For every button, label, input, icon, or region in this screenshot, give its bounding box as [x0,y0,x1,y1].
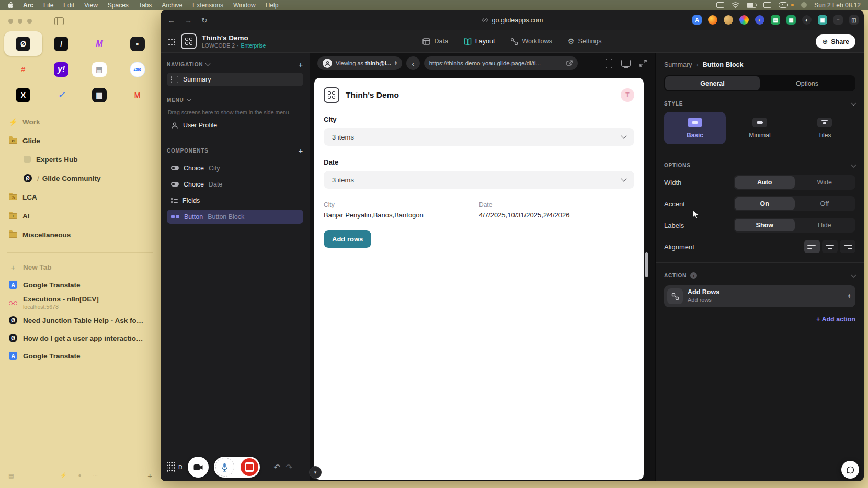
reload-icon[interactable]: ↻ [201,16,208,25]
menubar-app-name[interactable]: Arc [23,2,33,9]
app-tile-gmail[interactable]: M [118,83,156,107]
tab-settings[interactable]: ⚙ Settings [568,38,602,45]
sidebar-toggle-icon[interactable] [54,17,64,25]
zoom-window-button[interactable] [27,19,32,24]
extension-cookie-icon[interactable] [724,15,733,25]
component-choice-city[interactable]: Choice City [167,161,303,175]
external-link-icon[interactable] [566,60,573,66]
tab-n8n-executions[interactable]: Executions - n8n[DEV] localhost:5678 [0,294,161,311]
app-tile-pixel[interactable]: ▦ [81,83,119,107]
app-tile-blue[interactable]: ✓ [42,83,81,107]
new-space-plus-icon[interactable]: + [147,471,152,480]
split-view-icon[interactable]: ◫ [849,15,859,25]
stop-recording-button[interactable] [241,458,258,476]
menubar-clock[interactable]: Sun 2 Feb 08.12 [814,2,861,9]
tab-general[interactable]: General [665,76,760,90]
close-window-button[interactable] [8,19,13,24]
undo-icon[interactable]: ↶ [273,462,280,472]
nav-item-summary[interactable]: Summary [167,73,303,86]
align-center-button[interactable] [822,240,838,253]
labels-hide-button[interactable]: Hide [795,219,855,231]
screen-mirroring-icon[interactable] [716,2,724,8]
menu-tabs[interactable]: Tabs [139,2,152,9]
tab-layout[interactable]: Layout [464,38,495,45]
back-icon[interactable]: ← [168,16,175,25]
breadcrumb-parent[interactable]: Summary [664,61,692,68]
collapse-panel-icon[interactable]: ▾ [309,466,322,479]
profile-dot-icon[interactable]: ● [78,472,81,478]
accent-off-button[interactable]: Off [795,197,855,210]
user-avatar[interactable]: T [621,88,634,102]
new-tab-button[interactable]: + New Tab [0,258,161,276]
app-tile-glide[interactable]: Ø [4,31,42,56]
keyboard-icon[interactable] [763,2,771,8]
sidebar-folder-ai[interactable]: + AI [0,206,161,225]
tab-google-translate[interactable]: A Google Translate [0,276,161,294]
style-option-tiles[interactable]: Tiles [794,112,855,144]
address-bar-url[interactable]: go.glideapps.com [492,17,543,24]
redo-icon[interactable]: ↷ [285,462,292,472]
chevron-down-icon[interactable] [851,272,856,277]
menu-extensions[interactable]: Extensions [192,2,223,9]
chevron-down-icon[interactable] [851,162,856,167]
extension-doc-icon[interactable]: ▤ [771,15,780,25]
chevron-down-icon[interactable] [851,100,856,106]
tab-google-translate-2[interactable]: A Google Translate [0,347,161,365]
app-tile-dark[interactable]: ▪ [118,31,156,56]
preview-scrollbar[interactable] [645,252,648,277]
extension-grid-icon[interactable]: ▦ [786,15,796,25]
add-screen-button[interactable]: + [298,60,303,69]
info-icon[interactable]: i [690,272,697,279]
screen-record-icon[interactable] [779,2,788,8]
tab-options[interactable]: Options [760,76,854,90]
chevron-down-icon[interactable] [186,97,191,102]
mic-button[interactable] [215,458,234,477]
tab-data[interactable]: Data [422,38,448,45]
style-option-basic[interactable]: Basic [664,112,726,144]
app-logo-icon[interactable] [181,33,197,49]
date-select[interactable]: 3 items [324,171,634,189]
add-component-button[interactable]: + [298,146,303,155]
fullscreen-icon[interactable] [639,60,647,67]
wifi-icon[interactable] [732,2,739,8]
app-tile-docs[interactable]: ▤ [81,57,119,82]
add-rows-button[interactable]: Add rows [324,230,371,248]
component-choice-date[interactable]: Choice Date [167,177,303,191]
city-select[interactable]: 3 items [324,128,634,146]
tab-junction-table-help[interactable]: Ø Need Junction Table Help - Ask for Hel… [0,311,161,329]
keypad-icon[interactable] [167,462,175,472]
tab-workflows[interactable]: Workflows [510,38,552,45]
preview-back-button[interactable]: ‹ [406,56,420,70]
menu-window[interactable]: Window [233,2,256,9]
minimize-window-button[interactable] [18,19,22,24]
share-button[interactable]: ⊕ Share [816,34,855,49]
app-tile-slash[interactable]: / [42,31,81,56]
labels-show-button[interactable]: Show [735,219,795,231]
accent-on-button[interactable]: On [735,197,795,210]
tab-user-app-interaction[interactable]: Ø How do I get a user app interaction to… [0,329,161,347]
sidebar-item-glide-community[interactable]: Ø / Glide Community [0,169,161,188]
more-dots-icon[interactable]: ⋯ [93,472,98,478]
camera-button[interactable] [188,457,209,478]
app-tile-red-grid[interactable]: # [4,57,42,82]
extension-teal-icon[interactable]: ▣ [818,15,827,25]
extension-swirl-icon[interactable]: ◐ [755,15,764,25]
width-auto-button[interactable]: Auto [735,176,795,189]
extension-color-wheel-icon[interactable] [739,15,749,25]
sidebar-item-experts-hub[interactable]: Experts Hub [0,150,161,169]
desktop-view-icon[interactable] [621,60,631,67]
phone-view-icon[interactable] [606,59,612,68]
extension-dark-swirl-icon[interactable]: ◐ [802,15,812,25]
sidebar-folder-miscellaneous[interactable]: ~ Miscellaneous [0,225,161,244]
sidebar-item-work[interactable]: ⚡ Work [0,112,161,131]
extension-translate-icon[interactable]: A [692,15,702,25]
menu-help[interactable]: Help [266,2,279,9]
app-tile-make[interactable]: M [81,31,119,56]
component-button-block[interactable]: Button Button Block [167,210,303,224]
control-center-icon[interactable] [801,2,807,8]
archive-icon[interactable]: ▤ [8,472,14,479]
chevron-down-icon[interactable] [205,61,211,66]
chat-support-button[interactable] [841,461,859,479]
style-option-minimal[interactable]: Minimal [729,112,791,144]
sidebar-folder-glide[interactable]: Ø Glide [0,131,161,150]
